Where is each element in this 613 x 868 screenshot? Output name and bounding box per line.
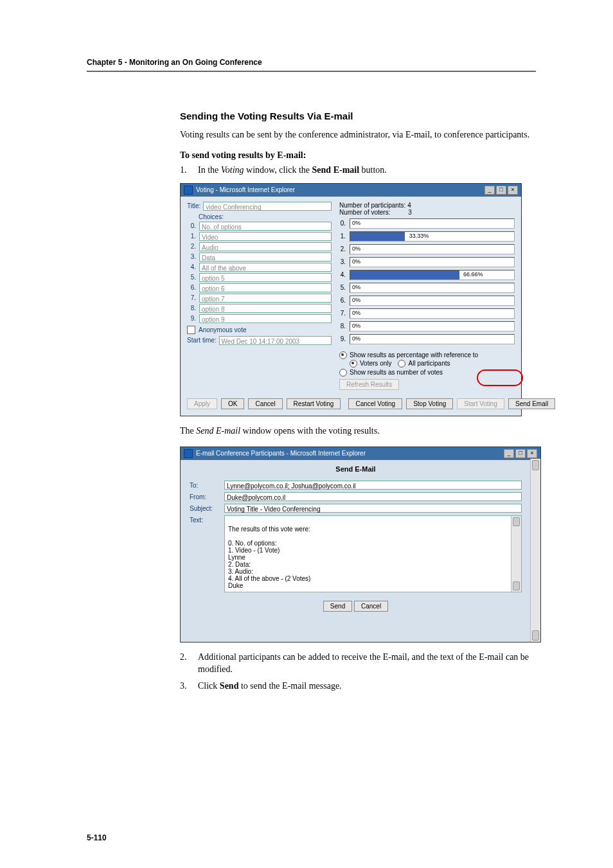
ok-button[interactable]: OK bbox=[221, 398, 244, 409]
caption-post: window opens with the voting results. bbox=[240, 426, 380, 436]
radio-percentage-label: Show results as percentage with referenc… bbox=[350, 351, 478, 360]
email-header: Send E-Mail bbox=[181, 460, 531, 479]
caption-italic: Send E-mail bbox=[196, 426, 240, 436]
result-label-9: 0% bbox=[352, 335, 360, 342]
step-3-pre: Click bbox=[198, 681, 220, 691]
radio-number-label: Show results as number of votes bbox=[350, 368, 443, 377]
choice-field-6[interactable]: option 6 bbox=[199, 283, 332, 292]
choice-index-2: 2. bbox=[187, 243, 196, 250]
result-label-6: 0% bbox=[352, 297, 360, 303]
choice-field-4[interactable]: All of the above bbox=[199, 263, 332, 272]
result-label-7: 0% bbox=[352, 310, 360, 316]
choice-field-7[interactable]: option 7 bbox=[199, 294, 332, 303]
cancel-button[interactable]: Cancel bbox=[248, 398, 282, 409]
step-1-italic: Voting bbox=[221, 165, 244, 175]
result-bar-4: 66.66% bbox=[350, 270, 515, 280]
result-label-5: 0% bbox=[352, 284, 360, 290]
result-label-3: 0% bbox=[352, 258, 360, 265]
scroll-up-icon[interactable] bbox=[513, 517, 520, 526]
radio-number-votes[interactable] bbox=[339, 369, 347, 376]
result-bar-9: 0% bbox=[350, 334, 515, 344]
from-label: From: bbox=[190, 492, 220, 500]
result-bar-0: 0% bbox=[350, 218, 515, 229]
close-icon[interactable]: × bbox=[508, 186, 518, 195]
textarea-scrollbar[interactable] bbox=[511, 516, 521, 592]
minimize-icon[interactable]: _ bbox=[504, 449, 514, 458]
from-field[interactable]: Duke@polycom.co.il bbox=[224, 492, 522, 501]
num-voters-value: 3 bbox=[408, 209, 412, 216]
voting-window-titlebar: Voting - Microsoft Internet Explorer _ □… bbox=[181, 184, 521, 197]
section-heading: Sending the Voting Results Via E-mail bbox=[180, 111, 536, 121]
restart-voting-button[interactable]: Restart Voting bbox=[287, 398, 341, 409]
result-label-0: 0% bbox=[352, 220, 360, 226]
choice-field-5[interactable]: option 5 bbox=[199, 273, 332, 282]
ie-icon bbox=[184, 186, 193, 195]
step-2-number: 2. bbox=[180, 651, 198, 676]
result-index-7: 7. bbox=[339, 310, 346, 317]
cancel-voting-button[interactable]: Cancel Voting bbox=[348, 398, 402, 409]
result-index-2: 2. bbox=[339, 245, 346, 252]
choice-field-2[interactable]: Audio bbox=[199, 242, 332, 251]
window-scrollbar[interactable] bbox=[530, 459, 540, 642]
choice-field-8[interactable]: option 8 bbox=[199, 304, 332, 313]
result-bar-2: 0% bbox=[350, 244, 515, 254]
close-icon[interactable]: × bbox=[527, 449, 537, 458]
num-participants-label: Number of participants: bbox=[339, 202, 405, 209]
radio-voters-only[interactable] bbox=[350, 360, 357, 368]
choice-index-5: 5. bbox=[187, 274, 196, 281]
choice-index-8: 8. bbox=[187, 305, 196, 312]
send-email-caption: The Send E-mail window opens with the vo… bbox=[180, 425, 536, 438]
anonymous-checkbox[interactable] bbox=[187, 326, 195, 334]
to-field[interactable]: Lynne@polycom.co.il; Joshua@polycom.co.i… bbox=[224, 481, 522, 490]
choices-label: Choices: bbox=[199, 213, 332, 220]
start-time-field[interactable]: Wed Dec 10 14:17:00 2003 bbox=[219, 336, 332, 345]
result-index-4: 4. bbox=[339, 271, 346, 278]
text-field[interactable]: The results of this vote were: 0. No. of… bbox=[224, 515, 522, 592]
choice-index-1: 1. bbox=[187, 233, 196, 240]
scroll-down-icon[interactable] bbox=[532, 630, 539, 641]
step-1-bold: Send E-mail bbox=[312, 165, 360, 175]
apply-button[interactable]: Apply bbox=[187, 398, 217, 409]
maximize-icon[interactable]: □ bbox=[515, 449, 526, 458]
radio-voters-label: Voters only bbox=[360, 359, 391, 368]
start-voting-button[interactable]: Start Voting bbox=[457, 398, 504, 409]
chapter-header: Chapter 5 - Monitoring an On Going Confe… bbox=[87, 58, 536, 67]
result-bar-5: 0% bbox=[350, 283, 515, 293]
subject-field[interactable]: Voting Title - Video Conferencing bbox=[224, 504, 522, 513]
step-3-post: to send the E-mail message. bbox=[238, 681, 341, 691]
radio-all-participants[interactable] bbox=[398, 360, 405, 368]
choice-field-9[interactable]: option 9 bbox=[199, 314, 332, 323]
refresh-results-button[interactable]: Refresh Results bbox=[339, 379, 399, 390]
step-2: 2. Additional participants can be added … bbox=[180, 651, 536, 676]
minimize-icon[interactable]: _ bbox=[484, 186, 495, 195]
scroll-down-icon[interactable] bbox=[513, 581, 520, 590]
voting-window-title: Voting - Microsoft Internet Explorer bbox=[196, 186, 295, 193]
choice-field-1[interactable]: Video bbox=[199, 232, 332, 241]
subject-label: Subject: bbox=[190, 504, 220, 512]
choice-field-3[interactable]: Data bbox=[199, 252, 332, 261]
send-email-button[interactable]: Send Email bbox=[508, 398, 555, 409]
email-window-title: E-mail Conference Participants - Microso… bbox=[196, 450, 366, 457]
procedure-title: To send voting results by E-mail: bbox=[180, 150, 536, 161]
choice-index-0: 0. bbox=[187, 222, 196, 229]
caption-pre: The bbox=[180, 426, 196, 436]
step-1-text-mid: window, click the bbox=[244, 165, 312, 175]
stop-voting-button[interactable]: Stop Voting bbox=[406, 398, 453, 409]
result-label-4: 66.66% bbox=[463, 271, 483, 278]
result-index-8: 8. bbox=[339, 323, 346, 330]
anonymous-label: Anonymous vote bbox=[199, 326, 247, 333]
email-window: E-mail Conference Participants - Microso… bbox=[180, 447, 541, 642]
choice-field-0[interactable]: No. of options bbox=[199, 222, 332, 231]
step-3-number: 3. bbox=[180, 680, 198, 693]
text-label: Text: bbox=[190, 515, 220, 524]
step-3-bold: Send bbox=[220, 681, 239, 691]
result-bar-7: 0% bbox=[350, 308, 515, 319]
maximize-icon[interactable]: □ bbox=[496, 186, 506, 195]
radio-percentage[interactable] bbox=[339, 351, 347, 359]
scroll-up-icon[interactable] bbox=[532, 460, 539, 470]
page-number: 5-110 bbox=[87, 833, 107, 842]
step-1-number: 1. bbox=[180, 164, 198, 177]
title-field[interactable]: video Conferencing bbox=[203, 202, 332, 211]
num-participants-value: 4 bbox=[407, 202, 411, 209]
result-index-9: 9. bbox=[339, 335, 346, 342]
